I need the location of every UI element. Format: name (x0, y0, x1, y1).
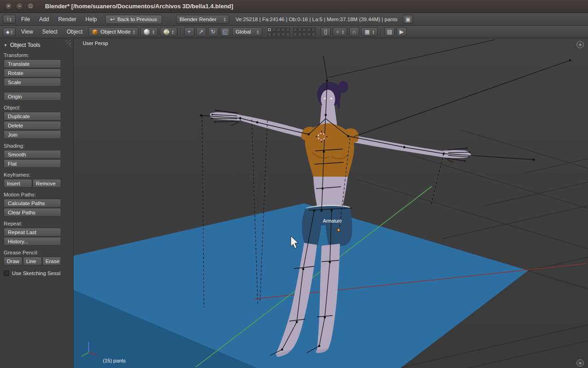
layer-toggle[interactable] (281, 32, 285, 36)
info-header: i ▴▾ File Add Render Help ↩ Back to Prev… (0, 13, 588, 26)
scene-lock-icon: ▯ (324, 29, 328, 35)
tool-gp-draw-button[interactable]: Draw (4, 257, 23, 265)
viewport-shading-dropdown[interactable]: ▴▾ (140, 27, 158, 36)
panel-collapse-icon: ▼ (4, 43, 7, 47)
editor-type-selector-3d[interactable]: ◆ ▴▾ (3, 28, 16, 36)
window-minimize-button[interactable]: − (16, 2, 23, 10)
snap-element-dropdown[interactable]: ▦ ▴▾ (361, 27, 378, 36)
tool-rotate-button[interactable]: Rotate (4, 69, 61, 77)
manipulator-translate-button[interactable]: ↗ (196, 27, 206, 36)
screen-layout-icon-button[interactable]: ▣ (403, 15, 413, 24)
layer-toggle[interactable] (277, 32, 281, 36)
translate-icon: ↗ (199, 29, 204, 35)
window-close-button[interactable]: × (5, 2, 12, 10)
mode-dropdown[interactable]: Object Mode ▴▾ (88, 27, 138, 36)
layer-toggle[interactable] (293, 32, 297, 36)
window-maximize-button[interactable]: □ (27, 2, 34, 10)
layers-widget (267, 28, 316, 36)
minimize-icon: − (18, 3, 21, 9)
transform-orientation-dropdown[interactable]: Global ▴▾ (232, 27, 262, 36)
tool-delete-button[interactable]: Delete (4, 121, 61, 130)
scene-lock-button[interactable]: ▯ (321, 27, 331, 36)
plus-icon: + (579, 360, 582, 366)
tool-insert-keyframe-button[interactable]: Insert (4, 179, 32, 188)
view3d-editor-icon: ◆ (6, 29, 10, 34)
layer-toggle[interactable] (298, 32, 302, 36)
layer-toggle[interactable] (302, 32, 306, 36)
tool-shelf: ▼ Object Tools Transform: Translate Rota… (0, 38, 74, 368)
layer-toggle[interactable] (302, 28, 306, 32)
editor-type-selector[interactable]: i ▴▾ (3, 15, 16, 23)
proportional-edit-icon: ○ (336, 29, 339, 34)
layer-toggle[interactable] (277, 28, 281, 32)
tool-gp-erase-button[interactable]: Erase (42, 257, 61, 265)
scale-icon: ◱ (222, 29, 227, 35)
opengl-render-anim-icon: ▶ (400, 29, 404, 35)
layer-toggle[interactable] (286, 28, 290, 32)
tool-gp-line-button[interactable]: Line (23, 257, 42, 265)
proportional-edit-dropdown[interactable]: ○ ▴▾ (333, 27, 347, 36)
layer-toggle[interactable] (286, 32, 290, 36)
object-origin-dot[interactable] (337, 229, 340, 231)
layer-toggle[interactable] (311, 32, 316, 36)
layer-toggle[interactable] (267, 28, 271, 32)
checkbox-box (4, 270, 9, 276)
scene-stats: Ve:25218 | Fa:24146 | Ob:0-16 | La:5 | M… (236, 17, 397, 22)
checkbox-label: Use Sketching Sessi (12, 270, 60, 276)
tool-history-button[interactable]: History... (4, 237, 61, 246)
tool-repeat-last-button[interactable]: Repeat Last (4, 228, 61, 236)
layer-toggle[interactable] (307, 28, 311, 32)
armature-name-label: Armature (323, 218, 342, 224)
dropdown-arrows-icon: ▴▾ (11, 29, 12, 34)
manipulator-rotate-button[interactable]: ↻ (208, 27, 218, 36)
section-label-transform: Transform: (4, 52, 61, 58)
tool-duplicate-button[interactable]: Duplicate (4, 112, 61, 121)
opengl-render-button[interactable]: ▤ (384, 27, 395, 36)
render-engine-dropdown[interactable]: Blender Render ▴▾ (176, 15, 229, 24)
region-split-widget-top[interactable]: + (577, 41, 584, 48)
section-label-shading: Shading: (4, 143, 61, 149)
tool-flat-button[interactable]: Flat (4, 159, 61, 168)
layer-toggle[interactable] (293, 28, 297, 32)
menu-add[interactable]: Add (35, 16, 52, 23)
viewport-3d[interactable]: User Persp Armature (15) pants + + (74, 38, 588, 368)
object-tools-panel-header[interactable]: ▼ Object Tools (4, 42, 61, 48)
tool-origin-button[interactable]: Origin (4, 92, 61, 101)
tool-calculate-paths-button[interactable]: Calculate Paths (4, 199, 61, 207)
layer-toggle[interactable] (281, 28, 285, 32)
manipulator-scale-button[interactable]: ◱ (220, 27, 230, 36)
tool-remove-keyframe-button[interactable]: Remove (33, 179, 61, 188)
opengl-render-anim-button[interactable]: ▶ (396, 27, 407, 36)
menu-view[interactable]: View (17, 29, 37, 35)
layer-toggle[interactable] (311, 28, 316, 32)
dropdown-arrows-icon: ▴▾ (224, 17, 225, 22)
snap-toggle-button[interactable]: ∩ (349, 27, 359, 36)
pivot-point-dropdown[interactable]: ▴▾ (160, 27, 177, 36)
layer-toggle[interactable] (267, 32, 271, 36)
object-mode-cube-icon (92, 29, 98, 35)
region-split-widget-bottom[interactable]: + (577, 360, 584, 367)
right-eye (330, 98, 333, 99)
use-sketching-sessions-checkbox[interactable]: Use Sketching Sessi (4, 270, 61, 276)
back-to-previous-button[interactable]: ↩ Back to Previous (105, 15, 162, 24)
tool-smooth-button[interactable]: Smooth (4, 150, 61, 159)
manipulator-toggle-button[interactable]: + (184, 27, 194, 36)
tool-translate-button[interactable]: Translate (4, 59, 61, 68)
tool-join-button[interactable]: Join (4, 130, 61, 139)
tool-clear-paths-button[interactable]: Clear Paths (4, 208, 61, 217)
layer-toggle[interactable] (272, 32, 276, 36)
menu-object[interactable]: Object (63, 29, 86, 35)
panel-drag-handle[interactable] (63, 40, 71, 48)
menu-render[interactable]: Render (55, 16, 80, 23)
layer-group (293, 28, 316, 36)
left-eye (324, 98, 326, 99)
layer-toggle[interactable] (272, 28, 276, 32)
layer-toggle[interactable] (307, 32, 311, 36)
menu-help[interactable]: Help (82, 16, 101, 23)
tool-scale-button[interactable]: Scale (4, 78, 61, 86)
maximize-icon: □ (29, 3, 32, 9)
menu-file[interactable]: File (17, 16, 34, 23)
layer-toggle[interactable] (298, 28, 302, 32)
menu-select[interactable]: Select (39, 29, 61, 35)
snap-magnet-icon: ∩ (352, 29, 356, 35)
